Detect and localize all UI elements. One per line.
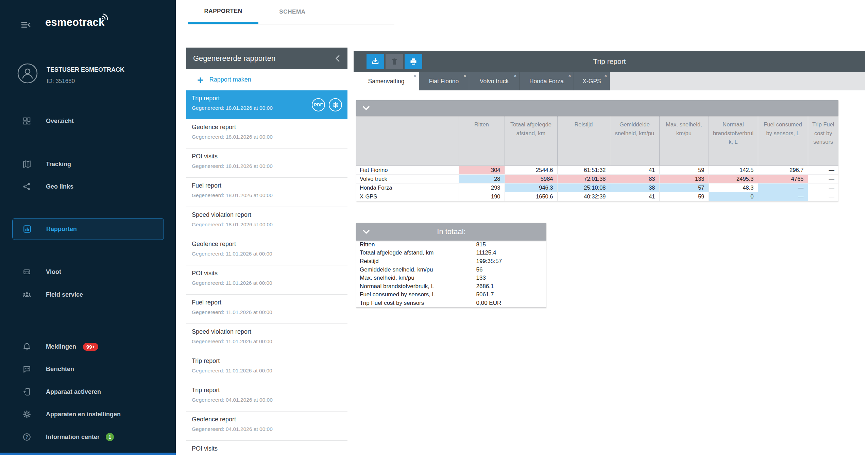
totals-value: 199:35:57: [471, 257, 546, 266]
sidebar-item-tracking[interactable]: Tracking: [12, 153, 164, 175]
create-report-button[interactable]: + Rapport maken: [186, 69, 347, 90]
column-header: [356, 116, 459, 165]
report-list-item[interactable]: Speed violation report Gegenereerd: 18.0…: [186, 207, 347, 236]
chevron-down-icon: [362, 106, 370, 110]
sidebar-item-rapporten[interactable]: Rapporten: [12, 218, 164, 240]
totals-label: Gemiddelde snelheid, km/pu: [356, 265, 471, 274]
data-cell: —: [758, 192, 808, 201]
table-row[interactable]: X-GPS 190 1650.6 40:32:39 41 59 0 — —: [356, 192, 838, 201]
sidebar-item-field-service[interactable]: Field service: [12, 284, 164, 305]
totals-value: 815: [471, 241, 546, 249]
tab-label: X-GPS: [582, 78, 601, 85]
tab-volvo-truck[interactable]: Volvo truck ×: [469, 72, 520, 90]
totals-value: 56: [471, 265, 546, 274]
generated-reports-panel: Gegenereerde rapporten + Rapport maken T…: [186, 48, 347, 455]
sidebar-collapse-button[interactable]: [20, 20, 31, 31]
column-header[interactable]: Totaal afgelegde afstand, km: [505, 116, 557, 165]
sidebar-item-geo-links[interactable]: Geo links: [12, 176, 164, 197]
download-icon: [371, 57, 379, 66]
column-header[interactable]: Gemiddelde snelheid, km/pu: [610, 116, 659, 165]
table-row[interactable]: Volvo truck 28 5984 72:01:38 83 133 2495…: [356, 174, 838, 183]
report-list-item[interactable]: Trip report Gegenereerd: 04.01.2026 at 0…: [186, 382, 347, 412]
data-cell: 2495.3: [709, 174, 758, 183]
tab-samenvatting[interactable]: Samenvatting ×: [354, 72, 419, 90]
print-button[interactable]: [405, 54, 422, 69]
app-logo-text: esmeotrack: [45, 16, 104, 28]
report-item-title: Fuel report: [192, 182, 341, 189]
tab-honda-forza[interactable]: Honda Forza ×: [520, 72, 574, 90]
sidebar-item-berichten[interactable]: Berichten: [12, 358, 164, 380]
data-cell: 2544.6: [505, 165, 557, 174]
column-header[interactable]: Trip Fuel cost by sensors: [808, 116, 838, 165]
report-list-item[interactable]: POI visits Gegenereerd: 18.01.2026 at 00…: [186, 148, 347, 178]
tab-schema[interactable]: SCHEMA: [262, 0, 323, 24]
tab-fiat-fiorino[interactable]: Fiat Fiorino ×: [419, 72, 469, 90]
collapse-panel-icon[interactable]: [335, 55, 340, 62]
report-list-item[interactable]: Speed violation report Gegenereerd: 11.0…: [186, 324, 347, 353]
sidebar-item-label: Tracking: [46, 161, 71, 168]
tab-rapporten[interactable]: RAPPORTEN: [188, 0, 258, 24]
totals-label: Fuel consumed by sensors, L: [356, 291, 471, 299]
sidebar-item-meldingen[interactable]: Meldingen 99+: [12, 336, 164, 357]
data-cell: 40:32:39: [557, 192, 610, 201]
sidebar-item-label: Geo links: [46, 183, 73, 190]
report-settings-button[interactable]: [329, 98, 342, 111]
pdf-button[interactable]: PDF: [312, 98, 325, 111]
summary-section-bar[interactable]: [356, 100, 838, 116]
sidebar-item-overzicht[interactable]: Overzicht: [12, 110, 164, 132]
data-cell: 946.3: [505, 183, 557, 192]
pdf-label: PDF: [314, 102, 323, 107]
column-header[interactable]: Max. snelheid, km/pu: [659, 116, 709, 165]
report-list-item[interactable]: POI visits Gegenereerd: 11.01.2026 at 00…: [186, 265, 347, 295]
trip-report-panel: Trip report Samenvatting × Fiat Fiorino …: [354, 51, 865, 455]
data-cell: 28: [459, 174, 505, 183]
totals-section-bar[interactable]: In totaal:: [356, 223, 546, 241]
column-header[interactable]: Reistijd: [557, 116, 610, 165]
report-list-item[interactable]: Geofence report Gegenereerd: 04.01.2026 …: [186, 412, 347, 441]
report-item-title: Geofence report: [192, 124, 341, 131]
report-item-title: Trip report: [192, 387, 341, 394]
report-item-generated: Gegenereerd: 18.01.2026 at 00:00: [192, 192, 341, 198]
tab-x-gps[interactable]: X-GPS ×: [574, 72, 610, 90]
data-cell: 59: [659, 192, 709, 201]
column-header[interactable]: Normaal brandstofverbruik, L: [709, 116, 758, 165]
data-cell: 293: [459, 183, 505, 192]
report-list-item[interactable]: Geofence report Gegenereerd: 11.01.2026 …: [186, 236, 347, 265]
report-item-generated: Gegenereerd: 11.01.2026 at 00:00: [192, 309, 341, 315]
column-header[interactable]: Fuel consumed by sensors, L: [758, 116, 808, 165]
report-item-title: Speed violation report: [192, 211, 341, 218]
sidebar-item-information-center[interactable]: ? Information center 1: [12, 426, 164, 448]
column-header[interactable]: Ritten: [459, 116, 505, 165]
close-tab-icon[interactable]: ×: [604, 73, 607, 79]
report-item-title: Trip report: [192, 357, 341, 365]
totals-value: 133: [471, 274, 546, 282]
close-tab-icon[interactable]: ×: [463, 73, 466, 79]
sidebar-item-apparaat-activeren[interactable]: Apparaat activeren: [12, 381, 164, 403]
report-list-item[interactable]: Geofence report Gegenereerd: 18.01.2026 …: [186, 119, 347, 148]
trip-report-header: Trip report: [354, 51, 865, 72]
totals-row: Reistijd 199:35:57: [356, 257, 546, 266]
totals-value: 11125.4: [471, 249, 546, 257]
create-report-label: Rapport maken: [209, 76, 251, 83]
data-cell: 41: [610, 165, 659, 174]
report-list-item[interactable]: Trip report Gegenereerd: 18.01.2026 at 0…: [186, 90, 347, 119]
close-tab-icon[interactable]: ×: [514, 73, 517, 79]
app-logo: esmeotrack: [45, 16, 104, 29]
data-cell: 41: [610, 192, 659, 201]
vehicle-name-cell: Volvo truck: [356, 174, 459, 183]
report-list-item[interactable]: Fuel report Gegenereerd: 11.01.2026 at 0…: [186, 295, 347, 324]
close-tab-icon[interactable]: ×: [413, 73, 416, 79]
gear-icon: [332, 101, 339, 109]
table-row[interactable]: Honda Forza 293 946.3 25:10:08 38 57 48.…: [356, 183, 838, 192]
delete-button[interactable]: [386, 54, 403, 69]
sidebar-item-vloot[interactable]: Vloot: [12, 261, 164, 283]
report-item-generated: Gegenereerd: 18.01.2026 at 00:00: [192, 222, 341, 228]
report-list-item[interactable]: Fuel report Gegenereerd: 18.01.2026 at 0…: [186, 178, 347, 207]
report-list-item[interactable]: Trip report Gegenereerd: 11.01.2026 at 0…: [186, 353, 347, 382]
download-button[interactable]: [367, 54, 384, 69]
table-row[interactable]: Fiat Fiorino 304 2544.6 61:51:32 41 59 1…: [356, 165, 838, 174]
close-tab-icon[interactable]: ×: [568, 73, 571, 79]
sidebar-item-apparaten-instellingen[interactable]: Apparaten en instellingen: [12, 403, 164, 425]
main-tab-bar: RAPPORTEN SCHEMA: [188, 0, 394, 24]
report-list-item[interactable]: POI visits: [186, 441, 347, 455]
